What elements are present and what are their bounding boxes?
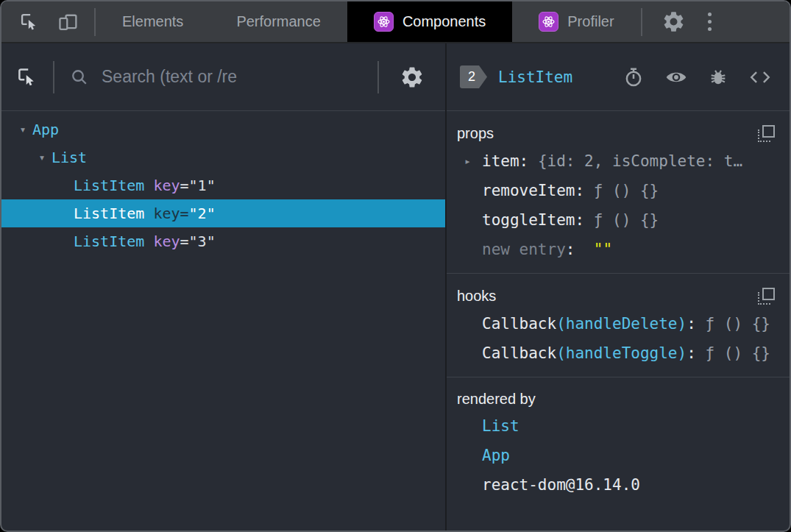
copy-icon[interactable] [758,288,775,305]
kebab-menu-icon[interactable] [705,10,714,34]
equals-sign: = [180,205,189,222]
component-name: ListItem [74,205,144,222]
key-value: "1" [189,177,216,194]
tree-settings-gear-icon[interactable] [400,65,425,90]
prop-value: {id: 2, isComplete: t… [538,152,742,170]
prop-value: ƒ () {} [594,211,659,229]
hook-row-handledelete[interactable]: Callback(handleDelete): ƒ () {} [457,309,779,338]
hook-kind: Callback [482,315,556,333]
key-attribute: key [153,205,180,222]
colon: : [575,182,584,199]
hook-fn-name: (handleToggle) [556,344,687,362]
equals-sign: = [180,177,189,194]
tab-label: Profiler [567,13,614,30]
device-toolbar-icon[interactable] [57,12,79,32]
tabbar-separator [641,8,642,36]
owner-row-app[interactable]: App [457,441,779,470]
main-split: ▾ App ▾ List ListItem key="1" ListItem k… [1,43,790,531]
copy-icon[interactable] [758,125,775,142]
tab-profiler[interactable]: Profiler [512,1,640,42]
tree-row-list[interactable]: ▾ List [1,143,445,171]
toolbar-separator [377,61,379,93]
tree-row-listitem-1[interactable]: ListItem key="1" [1,171,445,199]
prop-row-toggleitem[interactable]: toggleItem: ƒ () {} [457,205,779,235]
renderer-version: react-dom@16.14.0 [482,476,640,494]
component-tree: ▾ App ▾ List ListItem key="1" ListItem k… [1,111,445,531]
component-name: ListItem [74,177,144,194]
hooks-heading: hooks [457,288,496,305]
equals-sign: = [180,233,189,250]
inspect-component-icon[interactable] [16,66,38,88]
owner-row-renderer: react-dom@16.14.0 [457,470,779,500]
prop-value: ƒ () {} [594,182,659,199]
component-inspector-panel: 2 ListItem [447,43,790,531]
new-entry-name[interactable]: new entry [482,241,566,258]
colon: : [519,152,529,170]
search-input[interactable] [102,67,363,87]
hook-value: ƒ () {} [705,344,770,362]
prop-row-item[interactable]: ▸item: {id: 2, isComplete: t… [457,146,779,176]
component-name: List [52,149,87,166]
prop-name: item [482,152,519,170]
rendered-by-heading: rendered by [457,391,536,408]
props-section: props ▸item: {id: 2, isComplete: t… remo… [447,111,790,274]
tab-label: Components [402,13,486,30]
prop-row-new-entry[interactable]: new entry: "" [457,235,779,264]
tab-label: Elements [122,13,183,30]
colon: : [687,315,696,333]
owner-link[interactable]: App [482,447,510,464]
chevron-down-icon[interactable]: ▾ [32,151,52,164]
tree-row-listitem-2-selected[interactable]: ListItem key="2" [1,199,445,227]
stopwatch-icon[interactable] [622,66,645,88]
owner-link[interactable]: List [482,417,519,435]
colon: : [687,344,696,362]
element-id-badge: 2 [460,65,487,88]
key-attribute: key [153,233,180,250]
inspector-toolbar: 2 ListItem [447,43,790,111]
new-entry-value[interactable]: "" [594,241,612,258]
devtools-tabbar: Elements Performance Components [1,1,790,43]
key-value: "3" [189,233,216,250]
chevron-down-icon[interactable]: ▾ [13,123,32,136]
tree-row-listitem-3[interactable]: ListItem key="3" [1,227,445,255]
prop-name: toggleItem [482,211,575,229]
hook-fn-name: (handleDelete) [556,315,687,333]
owner-row-list[interactable]: List [457,411,779,441]
eye-icon[interactable] [664,65,688,89]
colon: : [566,241,575,258]
key-attribute: key [153,177,180,194]
devtools-window: Elements Performance Components [0,0,791,532]
props-heading: props [457,125,494,142]
component-name: App [32,121,59,138]
search-icon [69,67,90,88]
tree-toolbar [1,43,445,111]
prop-name: removeItem [482,182,575,199]
inspector-body: props ▸item: {id: 2, isComplete: t… remo… [447,111,790,531]
colon: : [575,211,584,229]
selected-component-title: ListItem [498,68,572,86]
toolbar-separator [53,61,54,93]
hook-kind: Callback [482,344,556,362]
components-tree-panel: ▾ App ▾ List ListItem key="1" ListItem k… [1,43,445,531]
rendered-by-section: rendered by List App react-dom@16.14.0 [447,377,790,508]
tab-performance[interactable]: Performance [210,1,347,42]
key-value: "2" [189,205,216,222]
code-brackets-icon[interactable] [748,66,772,88]
tab-label: Performance [236,13,321,30]
prop-row-removeitem[interactable]: removeItem: ƒ () {} [457,176,779,205]
tree-row-app[interactable]: ▾ App [1,116,445,143]
bug-icon[interactable] [708,67,728,88]
tab-elements[interactable]: Elements [96,1,210,42]
chevron-right-icon[interactable]: ▸ [464,155,482,168]
react-logo-icon [374,12,394,32]
react-logo-icon [539,12,558,32]
inspect-element-icon[interactable] [19,12,40,32]
tab-components[interactable]: Components [347,1,512,42]
gear-icon[interactable] [661,10,686,34]
hook-value: ƒ () {} [705,315,770,333]
component-name: ListItem [74,233,144,250]
hooks-section: hooks Callback(handleDelete): ƒ () {} Ca… [447,274,790,377]
hook-row-handletoggle[interactable]: Callback(handleToggle): ƒ () {} [457,338,779,368]
